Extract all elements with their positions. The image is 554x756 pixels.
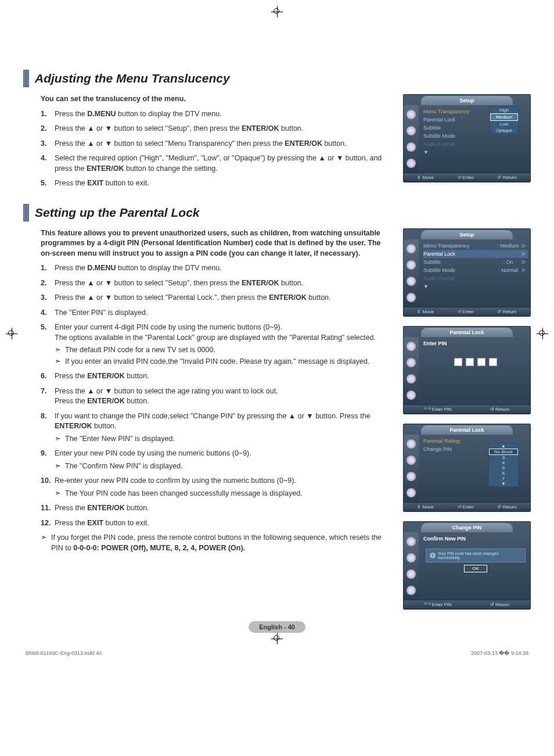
step-item: 1.Press the D.MENU button to display the… (41, 263, 391, 274)
step-number: 8. (41, 411, 55, 445)
step-number: 3. (41, 139, 55, 149)
dropdown-option[interactable]: Medium (490, 113, 518, 121)
tv-menu-row[interactable]: Subtitle Mode: Normal▷ (423, 266, 528, 274)
step-number: 10. (41, 476, 55, 499)
tv-menu-setup-parental: Setup Menu Transparency: Medium▷Parental… (403, 228, 531, 317)
rating-option[interactable]: 5 (489, 465, 518, 471)
step-item: 7.Press the ▲ or ▼ button to select the … (41, 386, 391, 407)
step-item: 8.If you want to change the PIN code,sel… (41, 411, 391, 445)
tv-sidebar-icons (404, 532, 419, 600)
tv-menu-enter-pin: Parental Lock Enter PIN ⁰⁻⁹ Enter PIN↺ R… (403, 326, 531, 414)
page-number: English - 40 (23, 621, 531, 633)
dropdown-option[interactable]: High (490, 107, 518, 113)
step-number: 2. (41, 124, 55, 134)
step-item: 6.Press the ENTER/OK button. (41, 371, 391, 382)
tv-menu-title: Change PIN (421, 523, 513, 532)
section-1-steps: 1.Press the D.MENU button to display the… (41, 109, 391, 189)
note-text: The "Confirm New PIN" is displayed. (65, 461, 183, 472)
step-text: The "Enter PIN" is displayed. (55, 308, 391, 318)
rating-option[interactable]: No Block (489, 449, 518, 455)
step-number: 4. (41, 308, 55, 318)
note-item: ➣The default PIN code for a new TV set i… (55, 345, 391, 356)
tv-menu-row[interactable]: ▼ (423, 282, 528, 291)
step-text: Press the ENTER/OK button. (55, 503, 391, 514)
tv-menu-row[interactable]: Audio Format (423, 274, 528, 282)
final-note-text: If you forget the PIN code, press the re… (51, 533, 391, 553)
tv-footer-item: ↺ Return (490, 407, 509, 412)
pin-input-boxes[interactable] (423, 358, 528, 366)
rating-option[interactable]: 6 (489, 471, 518, 476)
note-text: If you enter an invalid PIN code,the "In… (65, 357, 369, 367)
step-text: Press the ▲ or ▼ button to select the ag… (55, 386, 391, 407)
step-item: 3.Press the ▲ or ▼ button to select "Par… (41, 293, 391, 303)
tv-menu-title: Setup (421, 96, 513, 105)
step-text: Press the D.MENU button to display the D… (55, 263, 391, 274)
tv-footer-item: ⇕ Move (417, 175, 434, 180)
translucency-dropdown[interactable]: HighMediumLowOpaque (490, 106, 519, 134)
pin-prompt: Enter PIN (423, 341, 528, 346)
tv-menu-title: Parental Lock (421, 425, 513, 435)
tv-menu-row[interactable]: Subtitle: On▷ (423, 258, 528, 266)
note-item: ➣The Your PIN code has been changed succ… (55, 489, 391, 499)
step-item: 9.Enter your new PIN code by using the n… (41, 449, 391, 471)
tv-menu-setup-translucency: Setup Menu TransparencyParental LockSubt… (403, 94, 531, 182)
tv-row-label: Subtitle (423, 259, 494, 265)
step-text: Press the ▲ or ▼ button to select "Setup… (55, 124, 391, 134)
dropdown-option[interactable]: Low (490, 121, 518, 127)
tv-footer: ⁰⁻⁹ Enter PIN↺ Return (404, 600, 530, 609)
step-item: 12.Press the EXIT button to exit. (41, 518, 391, 529)
tv-menu-row[interactable]: Menu Transparency: Medium▷ (423, 242, 528, 250)
step-item: 5.Press the EXIT button to exit. (41, 178, 391, 189)
dropdown-option[interactable]: Opaque (490, 127, 518, 134)
confirm-pin-prompt: Confirm New PIN (423, 536, 528, 542)
tv-menu-row[interactable]: Parental Lock▷ (423, 250, 528, 258)
step-number: 1. (41, 109, 55, 120)
rating-option[interactable]: 4 (489, 460, 518, 465)
registration-mark-right (537, 328, 548, 339)
note-item: ➣The "Enter New PIN" is displayed. (55, 434, 391, 445)
note-arrow-icon: ➣ (41, 533, 51, 553)
note-arrow-icon: ➣ (55, 489, 65, 499)
section-1-title: Adjusting the Menu Translucency (23, 70, 531, 87)
tv-footer: ⇕ Move⏎ Enter↺ Return (404, 307, 530, 316)
tv-footer-item: ↺ Return (490, 602, 509, 607)
step-item: 4.Select the required option ("High", "M… (41, 153, 391, 174)
tv-row-label: ▼ (423, 284, 494, 289)
tv-footer-item: ⇕ Move (417, 504, 434, 510)
title-bar-icon (23, 70, 29, 87)
step-item: 4.The "Enter PIN" is displayed. (41, 308, 391, 318)
tv-menu-parental-rating: Parental Lock Parental Rating:Change PIN… (403, 424, 531, 512)
step-text: Press the D.MENU button to display the D… (55, 109, 391, 120)
step-text: If you want to change the PIN code,selec… (55, 411, 391, 445)
step-text: Select the required option ("High", "Med… (55, 153, 391, 174)
scroll-down-icon[interactable]: ▼ (489, 481, 518, 486)
tv-menu-row[interactable]: Audio Format (423, 140, 528, 148)
tv-footer: ⇕ Move⏎ Enter↺ Return (404, 502, 530, 511)
rating-option[interactable]: 3 (489, 455, 518, 460)
tv-row-value: : On (494, 259, 522, 265)
registration-mark-bottom (271, 633, 283, 644)
scroll-up-icon[interactable]: ▲ (489, 443, 518, 449)
step-number: 6. (41, 371, 55, 382)
step-item: 10.Re-enter your new PIN code to confirm… (41, 476, 391, 499)
note-arrow-icon: ➣ (55, 357, 65, 367)
note-text: The Your PIN code has been changed succe… (65, 489, 303, 499)
info-icon: i (430, 553, 436, 558)
ok-button[interactable]: OK (464, 565, 487, 572)
rating-dropdown[interactable]: ▲No Block34567▼ (488, 443, 519, 487)
step-number: 7. (41, 386, 55, 407)
section-2-intro: This feature allows you to prevent unaut… (41, 228, 391, 259)
tv-menu-title: Setup (421, 230, 513, 239)
section-2-steps: 1.Press the D.MENU button to display the… (41, 263, 391, 528)
tv-footer-item: ↺ Return (497, 175, 516, 180)
step-item: 11.Press the ENTER/OK button. (41, 503, 391, 514)
tv-menu-title: Parental Lock (421, 328, 513, 337)
tv-menu-row[interactable]: ▼ (423, 148, 528, 156)
tv-footer-item: ↺ Return (497, 504, 516, 510)
tv-footer-item: ⇕ Move (417, 309, 434, 314)
tv-row-label: Parental Lock (423, 251, 494, 257)
step-item: 1.Press the D.MENU button to display the… (41, 109, 391, 120)
rating-option[interactable]: 7 (489, 476, 518, 481)
chevron-right-icon: ▷ (522, 267, 528, 273)
section-1-intro: You can set the translucency of the menu… (41, 94, 391, 105)
